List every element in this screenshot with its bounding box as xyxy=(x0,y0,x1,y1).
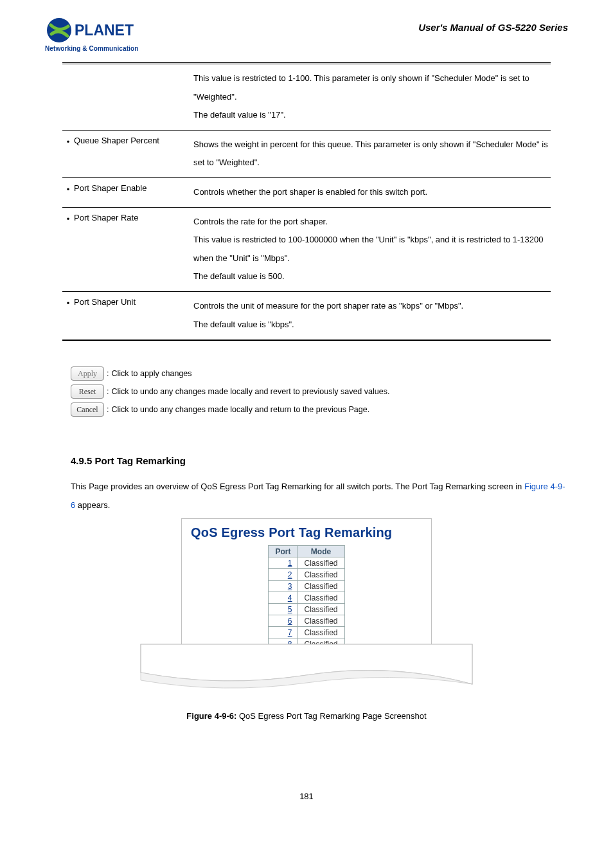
port-link[interactable]: 3 xyxy=(269,581,298,592)
th-mode: Mode xyxy=(298,546,344,557)
colon: : xyxy=(107,369,109,378)
param-desc: Controls whether the port shaper is enab… xyxy=(193,183,551,202)
figure-caption-prefix: Figure 4-9-6: xyxy=(186,711,236,721)
para-text: appears. xyxy=(78,500,111,510)
th-port: Port xyxy=(269,546,298,557)
manual-title: User's Manual of GS-5220 Series xyxy=(418,22,568,33)
mode-cell: Classified xyxy=(298,627,344,638)
colon: : xyxy=(107,405,109,414)
button-row: Apply : Click to apply changes xyxy=(71,366,568,381)
param-desc: Controls the unit of measure for the por… xyxy=(193,297,551,316)
port-link[interactable]: 4 xyxy=(269,592,298,604)
mode-cell: Classified xyxy=(298,581,344,592)
colon: : xyxy=(107,387,109,396)
port-link[interactable]: 1 xyxy=(269,557,298,569)
planet-logo: PLANET xyxy=(45,15,161,46)
param-desc: Controls the rate for the port shaper. xyxy=(193,213,551,231)
param-desc: The default value is 500. xyxy=(193,267,551,286)
bullet-icon: • xyxy=(62,297,74,308)
bullet-icon: • xyxy=(62,136,74,147)
parameter-table: This value is restricted to 1-100. This … xyxy=(62,62,551,341)
port-link[interactable]: 7 xyxy=(269,627,298,638)
button-row: Reset : Click to undo any changes made l… xyxy=(71,384,568,399)
table-row: 3Classified xyxy=(269,581,344,592)
page-number: 181 xyxy=(45,791,568,801)
buttons-section: Apply : Click to apply changes Reset : C… xyxy=(71,366,568,417)
table-row: 1Classified xyxy=(269,557,344,569)
table-row: 2Classified xyxy=(269,569,344,581)
param-desc: The default value is "kbps". xyxy=(193,316,551,334)
figure-caption-text: QoS Egress Port Tag Remarking Page Scree… xyxy=(239,711,427,721)
param-desc: Shows the weight in percent for this que… xyxy=(193,136,551,172)
page: PLANET Networking & Communication User's… xyxy=(0,0,613,827)
table-row: 6Classified xyxy=(269,615,344,627)
page-header: PLANET Networking & Communication User's… xyxy=(45,15,568,52)
figure-caption: Figure 4-9-6: QoS Egress Port Tag Remark… xyxy=(45,711,568,721)
section-title: Port Tag Remarking xyxy=(95,455,186,466)
mode-cell: Classified xyxy=(298,615,344,627)
logo-tagline: Networking & Communication xyxy=(45,45,138,52)
table-row: 7Classified xyxy=(269,627,344,638)
mode-cell: Classified xyxy=(298,557,344,569)
port-link[interactable]: 5 xyxy=(269,604,298,615)
port-link[interactable]: 2 xyxy=(269,569,298,581)
bullet-icon: • xyxy=(62,213,74,224)
section-number: 4.9.5 xyxy=(71,455,92,466)
param-desc: This value is restricted to 1-100. This … xyxy=(193,69,551,106)
param-label: Queue Shaper Percent xyxy=(74,136,191,145)
param-label: Port Shaper Rate xyxy=(74,213,191,222)
param-label: Port Shaper Enable xyxy=(74,183,191,193)
param-desc: This value is restricted to 100-1000000 … xyxy=(193,231,551,267)
param-label: Port Shaper Unit xyxy=(74,297,191,307)
cancel-button[interactable]: Cancel xyxy=(71,402,104,417)
figure-box: QoS Egress Port Tag Remarking Port Mode … xyxy=(181,518,432,651)
button-desc: Click to apply changes xyxy=(111,369,191,378)
brand-text: PLANET xyxy=(75,22,134,39)
page-curl-decoration xyxy=(139,643,474,696)
button-row: Cancel : Click to undo any changes made … xyxy=(71,402,568,417)
bullet-icon: • xyxy=(62,183,74,194)
button-desc: Click to undo any changes made locally a… xyxy=(111,405,369,414)
mode-cell: Classified xyxy=(298,569,344,581)
section-heading: 4.9.5 Port Tag Remarking xyxy=(71,455,568,466)
figure-title: QoS Egress Port Tag Remarking xyxy=(191,525,422,540)
qos-port-table: Port Mode 1Classified 2Classified 3Class… xyxy=(268,545,344,650)
mode-cell: Classified xyxy=(298,592,344,604)
table-row: 4Classified xyxy=(269,592,344,604)
port-link[interactable]: 6 xyxy=(269,615,298,627)
reset-button[interactable]: Reset xyxy=(71,384,104,399)
figure-screenshot: QoS Egress Port Tag Remarking Port Mode … xyxy=(181,518,432,651)
button-desc: Click to undo any changes made locally a… xyxy=(111,387,389,396)
logo-block: PLANET Networking & Communication xyxy=(45,15,161,52)
param-desc: The default value is "17". xyxy=(193,106,551,125)
table-row: 5Classified xyxy=(269,604,344,615)
mode-cell: Classified xyxy=(298,604,344,615)
section-paragraph: This Page provides an overview of QoS Eg… xyxy=(71,478,568,514)
apply-button[interactable]: Apply xyxy=(71,366,104,381)
para-text: This Page provides an overview of QoS Eg… xyxy=(71,482,524,491)
